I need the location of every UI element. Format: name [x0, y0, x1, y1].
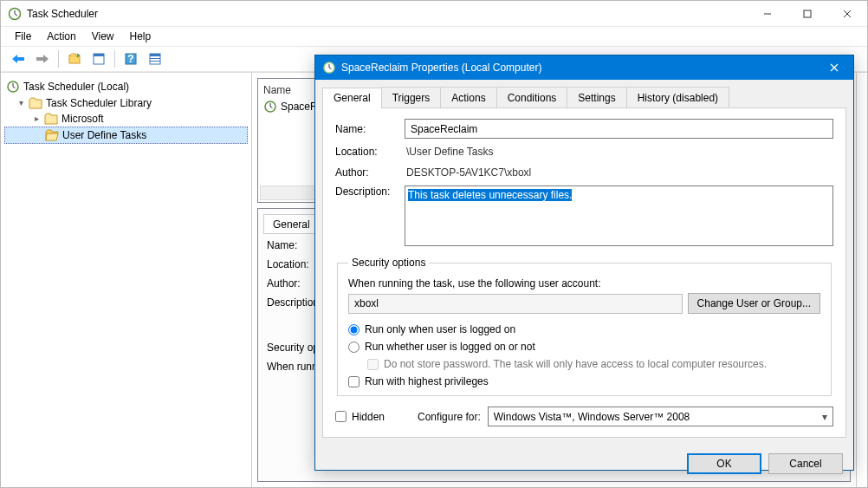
- chevron-down-icon: ▾: [822, 411, 827, 423]
- run-whether-radio-input[interactable]: [348, 342, 360, 353]
- security-legend: Security options: [348, 257, 429, 269]
- tab-triggers[interactable]: Triggers: [381, 87, 442, 107]
- hidden-checkbox-input[interactable]: [335, 411, 347, 422]
- tree-library[interactable]: ▾ Task Scheduler Library: [4, 95, 248, 111]
- svg-rect-1: [804, 10, 811, 17]
- forward-button[interactable]: [32, 49, 53, 69]
- menubar: File Action View Help: [1, 27, 867, 46]
- task-scheduler-icon: [8, 7, 22, 21]
- location-label: Location:: [335, 146, 398, 158]
- folder-icon: [44, 113, 58, 125]
- highest-privileges-label: Run with highest privileges: [365, 375, 489, 387]
- configure-for-label: Configure for:: [418, 411, 481, 423]
- description-label: Description:: [335, 185, 398, 198]
- user-account-field: xboxl: [348, 294, 683, 314]
- tree-microsoft-label: Microsoft: [62, 113, 104, 125]
- run-logged-on-label: Run only when user is logged on: [365, 323, 515, 335]
- close-button[interactable]: [827, 1, 867, 26]
- dialog-close-button[interactable]: [815, 55, 853, 80]
- hidden-label: Hidden: [352, 411, 385, 423]
- nav-tree: Task Scheduler (Local) ▾ Task Scheduler …: [1, 73, 252, 487]
- do-not-store-label: Do not store password. The task will onl…: [384, 358, 767, 370]
- help-button[interactable]: ?: [120, 49, 141, 69]
- chevron-right-icon[interactable]: ▸: [32, 114, 41, 123]
- run-whether-radio[interactable]: Run whether user is logged on or not: [348, 338, 820, 355]
- window-title: Task Scheduler: [27, 8, 98, 20]
- chevron-down-icon[interactable]: ▾: [16, 99, 25, 107]
- task-scheduler-icon: [322, 61, 336, 75]
- svg-rect-10: [150, 61, 160, 62]
- back-button[interactable]: [8, 49, 29, 69]
- tree-user-tasks-label: User Define Tasks: [62, 129, 146, 141]
- run-whether-label: Run whether user is logged on or not: [365, 341, 535, 353]
- change-user-button[interactable]: Change User or Group...: [688, 293, 820, 314]
- menu-action[interactable]: Action: [40, 29, 82, 44]
- tree-user-tasks[interactable]: User Define Tasks: [4, 127, 248, 144]
- svg-rect-9: [150, 58, 160, 59]
- dialog-tabs: General Triggers Actions Conditions Sett…: [322, 87, 846, 108]
- menu-file[interactable]: File: [8, 29, 38, 44]
- bg-tab-general[interactable]: General: [263, 214, 320, 233]
- dialog-titlebar[interactable]: SpaceReclaim Properties (Local Computer): [315, 55, 853, 80]
- when-running-label: When running the task, use the following…: [348, 277, 820, 290]
- task-icon: [263, 100, 277, 114]
- cancel-button[interactable]: Cancel: [768, 453, 843, 474]
- svg-text:?: ?: [127, 53, 133, 65]
- run-logged-on-radio-input[interactable]: [348, 324, 360, 335]
- description-text: This task deletes unnecessary files.: [408, 189, 572, 201]
- folder-icon: [29, 97, 42, 109]
- author-label: Author:: [335, 166, 398, 179]
- view-list-button[interactable]: [88, 49, 109, 69]
- do-not-store-checkbox: Do not store password. The task will onl…: [348, 355, 820, 373]
- do-not-store-checkbox-input: [367, 359, 379, 370]
- menu-help[interactable]: Help: [123, 29, 159, 44]
- tree-library-label: Task Scheduler Library: [46, 97, 152, 109]
- ok-button[interactable]: OK: [687, 453, 761, 474]
- view-details-button[interactable]: [145, 49, 165, 69]
- tab-history[interactable]: History (disabled): [626, 87, 729, 107]
- author-value: DESKTOP-5AV1KC7\xboxl: [405, 165, 833, 180]
- maximize-button[interactable]: [787, 1, 827, 26]
- tab-conditions[interactable]: Conditions: [496, 87, 568, 107]
- svg-rect-4: [94, 54, 104, 56]
- tab-actions[interactable]: Actions: [440, 87, 496, 107]
- location-value: \User Define Tasks: [405, 144, 833, 159]
- description-field[interactable]: This task deletes unnecessary files.: [405, 185, 833, 246]
- highest-privileges-checkbox[interactable]: Run with highest privileges: [348, 373, 820, 390]
- minimize-button[interactable]: [748, 1, 787, 26]
- configure-for-select[interactable]: Windows Vista™, Windows Server™ 2008 ▾: [488, 407, 833, 426]
- folder-open-icon: [45, 129, 59, 141]
- properties-dialog: SpaceReclaim Properties (Local Computer)…: [314, 55, 854, 471]
- tree-root[interactable]: Task Scheduler (Local): [4, 78, 248, 95]
- security-options-group: Security options When running the task, …: [337, 257, 832, 396]
- dialog-title: SpaceReclaim Properties (Local Computer): [341, 62, 541, 74]
- refresh-button[interactable]: [64, 49, 85, 69]
- main-titlebar: Task Scheduler: [1, 1, 867, 27]
- tab-settings[interactable]: Settings: [567, 87, 626, 107]
- name-label: Name:: [335, 123, 398, 135]
- hidden-checkbox[interactable]: Hidden: [335, 411, 385, 423]
- run-logged-on-radio[interactable]: Run only when user is logged on: [348, 321, 820, 338]
- tab-general[interactable]: General: [322, 88, 382, 108]
- highest-privileges-checkbox-input[interactable]: [348, 376, 360, 387]
- configure-for-value: Windows Vista™, Windows Server™ 2008: [494, 411, 690, 423]
- menu-view[interactable]: View: [85, 29, 121, 44]
- svg-rect-8: [150, 54, 160, 56]
- tree-root-label: Task Scheduler (Local): [23, 81, 129, 93]
- tree-microsoft[interactable]: ▸ Microsoft: [4, 111, 248, 127]
- name-field[interactable]: [405, 119, 833, 139]
- task-scheduler-icon: [6, 80, 20, 94]
